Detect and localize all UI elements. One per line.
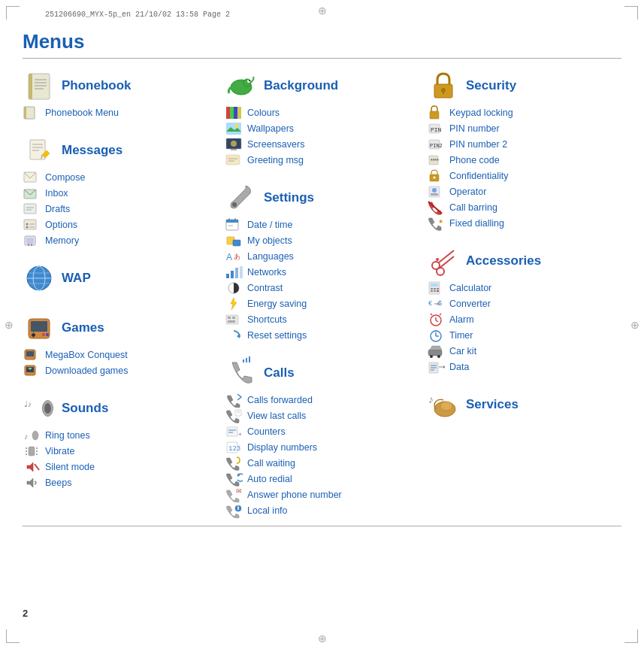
svg-line-147 <box>431 314 432 315</box>
list-item: Alarm <box>427 312 621 327</box>
page-number: 2 <box>23 608 28 619</box>
list-item: Data <box>427 359 621 375</box>
list-item: ✉ Answer phone number <box>225 487 419 502</box>
phonebook-menu-label: Phonebook Menu <box>45 108 119 118</box>
messages-title: Messages <box>62 143 122 158</box>
list-item: 123 Display numbers <box>225 440 419 455</box>
svg-rect-70 <box>226 155 240 165</box>
sounds-icon: ♩♪ <box>23 392 56 425</box>
call-barring-label: Call barring <box>449 202 497 213</box>
svg-rect-40 <box>26 351 34 356</box>
pin-number-label: PIN number <box>449 123 500 134</box>
list-item: Call waiting <box>225 456 419 471</box>
svg-point-37 <box>42 333 45 336</box>
list-item: Downloaded games <box>23 363 217 378</box>
svg-point-20 <box>26 223 29 226</box>
compose-icon <box>23 170 41 185</box>
networks-icon <box>225 265 243 280</box>
alarm-label: Alarm <box>449 314 474 325</box>
svg-rect-63 <box>234 107 237 119</box>
svg-point-132 <box>436 258 439 261</box>
reg-mark-bottom: ⊕ <box>318 632 327 644</box>
section-security: Security Keypad locking <box>427 69 621 231</box>
phonebook-items: Phonebook Menu <box>23 105 217 120</box>
list-item: Greeting msg <box>225 153 419 168</box>
list-item: Confidentiality <box>427 168 621 183</box>
section-phonebook: Phonebook Phonebook Menu <box>23 69 217 120</box>
wap-icon <box>23 262 56 295</box>
main-columns: Phonebook Phonebook Menu <box>23 69 621 518</box>
svg-rect-135 <box>431 288 433 290</box>
svg-rect-91 <box>232 317 235 319</box>
list-item: Keypad locking <box>427 105 621 120</box>
svg-text:$: $ <box>438 299 442 307</box>
timer-label: Timer <box>449 330 473 341</box>
svg-rect-83 <box>226 274 229 278</box>
column-3: Security Keypad locking <box>427 69 621 424</box>
list-item: A あ Languages <box>225 249 419 264</box>
inbox-icon <box>23 186 41 201</box>
downloaded-games-icon <box>23 363 41 378</box>
compose-label: Compose <box>45 172 86 183</box>
silent-mode-label: Silent mode <box>45 462 95 472</box>
svg-rect-61 <box>226 107 230 119</box>
calls-forwarded-icon <box>225 393 243 408</box>
svg-point-68 <box>231 141 237 147</box>
data-icon <box>427 359 445 375</box>
list-item: Car kit <box>427 344 621 359</box>
drafts-label: Drafts <box>45 204 70 214</box>
list-item: Wallpapers <box>225 121 419 136</box>
svg-point-110 <box>237 505 239 507</box>
converter-label: Converter <box>449 299 491 309</box>
svg-point-38 <box>46 333 49 336</box>
list-item: PIN2 PIN number 2 <box>427 137 621 152</box>
svg-point-122 <box>434 177 436 179</box>
security-icon <box>427 69 460 102</box>
ring-tones-icon: ♪ <box>23 428 41 443</box>
languages-icon: A あ <box>225 249 243 264</box>
counters-label: Counters <box>247 426 286 437</box>
display-numbers-label: Display numbers <box>247 442 317 453</box>
svg-marker-160 <box>443 365 445 368</box>
calls-icon <box>225 356 258 390</box>
energy-saving-label: Energy saving <box>247 299 307 309</box>
svg-text:PIN: PIN <box>431 126 442 133</box>
view-last-calls-icon <box>225 408 243 423</box>
section-messages: Messages Compose <box>23 134 217 248</box>
list-item: Timer <box>427 328 621 343</box>
phonebook-icon <box>23 69 56 102</box>
list-item: Compose <box>23 170 217 185</box>
list-item: + Counters <box>225 424 419 439</box>
svg-rect-7 <box>24 107 26 119</box>
page-content: Menus <box>23 30 621 626</box>
drafts-icon <box>23 202 41 217</box>
counters-icon: + <box>225 424 243 439</box>
operator-label: Operator <box>449 187 486 197</box>
list-item: Colours <box>225 105 419 120</box>
data-label: Data <box>449 362 469 372</box>
section-games: Games MegaBox Conquest <box>23 311 217 378</box>
list-item: Contrast <box>225 281 419 296</box>
column-2: Background Colours <box>225 69 419 518</box>
confidentiality-icon <box>427 168 445 183</box>
corner-mark-br <box>624 629 638 643</box>
svg-rect-138 <box>431 290 433 292</box>
shortcuts-icon <box>225 312 243 327</box>
corner-mark-tl <box>6 6 20 20</box>
svg-rect-80 <box>233 240 240 246</box>
ring-tones-label: Ring tones <box>45 430 90 441</box>
contrast-icon <box>225 281 243 296</box>
games-items: MegaBox Conquest Downloaded games <box>23 347 217 378</box>
vibrate-icon <box>23 444 41 459</box>
services-icon: ♪ <box>427 388 460 421</box>
accessories-icon <box>427 244 460 277</box>
svg-rect-1 <box>29 74 32 99</box>
reset-settings-icon <box>225 328 243 343</box>
wallpapers-icon <box>225 121 243 136</box>
svg-rect-94 <box>243 359 244 362</box>
shortcuts-label: Shortcuts <box>247 314 287 325</box>
keypad-locking-icon <box>427 105 445 120</box>
svg-rect-95 <box>246 358 247 362</box>
silent-mode-icon <box>23 459 41 475</box>
beeps-icon <box>23 475 41 490</box>
